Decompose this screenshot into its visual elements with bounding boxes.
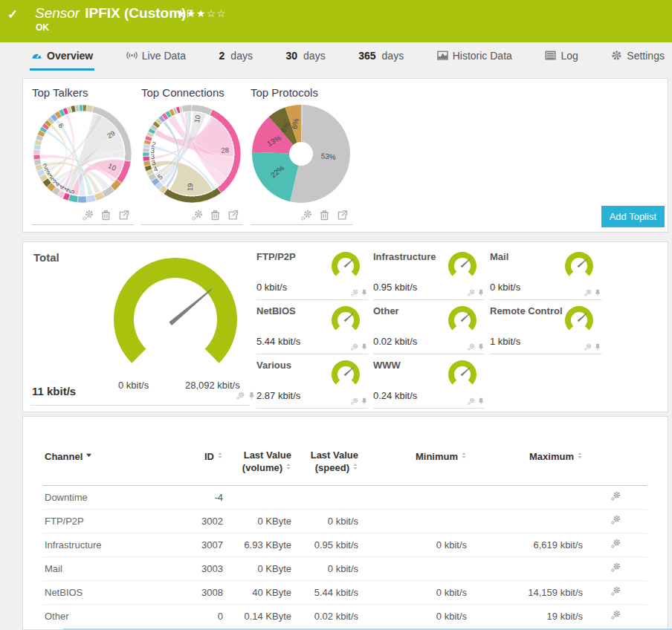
- tab-overview[interactable]: Overview: [30, 42, 94, 71]
- pin-icon[interactable]: [361, 289, 368, 296]
- pin-icon[interactable]: [477, 343, 485, 351]
- trash-icon[interactable]: [319, 210, 330, 221]
- total-gauge-title: Total: [33, 251, 59, 264]
- gear-icon[interactable]: [351, 343, 358, 351]
- gear-icon[interactable]: [611, 491, 621, 501]
- column-header-maximum[interactable]: Maximum: [468, 446, 584, 486]
- column-header-last-value-speed-[interactable]: Last Value (speed): [293, 446, 360, 486]
- gear-icon[interactable]: [468, 289, 475, 296]
- toplist-card-top-protocols: Top Protocols 53%22%13%6%6%: [249, 86, 358, 225]
- toplist-title: Top Protocols: [251, 86, 358, 99]
- column-header-minimum[interactable]: Minimum: [360, 446, 468, 486]
- gear-icon[interactable]: [584, 343, 592, 351]
- column-label: Minimum: [416, 451, 458, 462]
- cell: 0.95 kbit/s: [293, 533, 360, 557]
- tab-label: days: [303, 50, 326, 62]
- gear-icon[interactable]: [192, 210, 203, 221]
- cell: 0 kbit/s: [360, 581, 468, 605]
- toplist-title: Top Connections: [141, 86, 249, 99]
- tab-settings[interactable]: Settings: [610, 42, 666, 71]
- cell: Downtime: [43, 486, 174, 510]
- gear-icon[interactable]: [236, 392, 245, 400]
- tab-live-data[interactable]: Live Data: [125, 42, 187, 71]
- gear-icon[interactable]: [611, 610, 621, 620]
- cell: -4: [174, 486, 224, 510]
- gauge-label: Other: [373, 305, 399, 316]
- various-gauge: [328, 358, 364, 392]
- tab-30-days[interactable]: 30days: [284, 42, 326, 71]
- row-settings: [584, 486, 647, 510]
- top-talkers-chart[interactable]: 2910623334445: [30, 102, 140, 209]
- open-icon[interactable]: [118, 210, 129, 221]
- gear-icon[interactable]: [301, 210, 312, 221]
- column-label: Last Value (speed): [311, 449, 358, 473]
- cell: [360, 510, 468, 533]
- gauge-value: 0.95 kbit/s: [373, 282, 417, 293]
- toplist-title: Top Talkers: [32, 86, 140, 99]
- column-header-last-value-volume-[interactable]: Last Value (volume): [224, 446, 293, 486]
- row-settings: [584, 557, 647, 581]
- gear-icon[interactable]: [83, 210, 94, 221]
- pin-icon[interactable]: [477, 397, 485, 405]
- star-rating[interactable]: ★★★☆☆: [176, 7, 227, 19]
- column-header-channel[interactable]: Channel: [43, 446, 174, 486]
- gauge-value: 0.24 kbit/s: [373, 390, 417, 401]
- cell: 40 KByte: [224, 581, 293, 605]
- pin-icon[interactable]: [248, 392, 256, 400]
- trash-icon[interactable]: [210, 210, 221, 221]
- sort-icon: [285, 464, 291, 470]
- gear-icon[interactable]: [611, 539, 621, 548]
- tab-label: days: [230, 50, 253, 62]
- column-header-id[interactable]: ID: [174, 446, 224, 486]
- cell: 0 kbit/s: [360, 605, 468, 629]
- table-row: Downtime-4: [43, 486, 647, 510]
- cell: Mail: [43, 557, 174, 581]
- row-settings: [584, 605, 647, 629]
- remote-control-gauge: [561, 304, 597, 338]
- pin-icon[interactable]: [477, 289, 485, 296]
- tab-number: 365: [358, 50, 375, 62]
- pin-icon[interactable]: [594, 289, 601, 296]
- top-connections-chart[interactable]: 102819233345: [140, 102, 249, 209]
- cell: 6,619 kbit/s: [468, 533, 584, 557]
- sort-icon: [352, 464, 358, 470]
- tab-2-days[interactable]: 2days: [218, 42, 254, 71]
- pin-icon[interactable]: [594, 343, 601, 351]
- pin-icon[interactable]: [361, 397, 368, 405]
- gear-icon[interactable]: [468, 397, 475, 405]
- gauge-label: Infrastructure: [373, 251, 436, 262]
- other-gauge: [445, 304, 480, 338]
- gear-icon[interactable]: [611, 586, 621, 596]
- sort-icon: [577, 452, 583, 458]
- gauge-cell-remote-control: Remote Control 1 kbit/s: [490, 300, 601, 354]
- cell: 14,159 kbit/s: [468, 581, 584, 605]
- tab-historic-data[interactable]: Historic Data: [436, 42, 514, 71]
- gear-icon[interactable]: [611, 515, 621, 525]
- cell: 5.44 kbit/s: [293, 581, 360, 605]
- cell: 0.14 KByte: [224, 605, 293, 629]
- check-icon: ✓: [7, 7, 18, 22]
- top-protocols-chart[interactable]: 53%22%13%6%6%: [249, 102, 358, 209]
- add-toplist-button[interactable]: Add Toplist: [601, 206, 665, 227]
- open-icon[interactable]: [227, 210, 239, 221]
- tab-log[interactable]: Log: [543, 42, 579, 71]
- gear-icon[interactable]: [351, 397, 358, 405]
- gauge-actions: [351, 289, 368, 296]
- tab-365-days[interactable]: 365days: [357, 42, 405, 71]
- svg-text:53%: 53%: [320, 152, 336, 161]
- open-icon[interactable]: [337, 210, 348, 221]
- tab-number: 30: [285, 50, 297, 62]
- table-row: Mail30030 KByte0 kbit/s: [43, 557, 647, 581]
- gear-icon[interactable]: [584, 289, 592, 296]
- cell: 19 kbit/s: [468, 605, 584, 629]
- svg-text:19: 19: [186, 183, 194, 191]
- gauge-cell-ftp-p2p: FTP/P2P 0 kbit/s: [256, 246, 368, 300]
- gear-icon[interactable]: [351, 289, 358, 296]
- gauge-actions: [351, 343, 368, 351]
- gear-icon[interactable]: [468, 343, 475, 351]
- divider: [30, 405, 251, 406]
- trash-icon[interactable]: [100, 210, 112, 221]
- pin-icon[interactable]: [361, 343, 368, 351]
- gear-icon[interactable]: [611, 562, 621, 572]
- svg-text:28: 28: [221, 146, 229, 155]
